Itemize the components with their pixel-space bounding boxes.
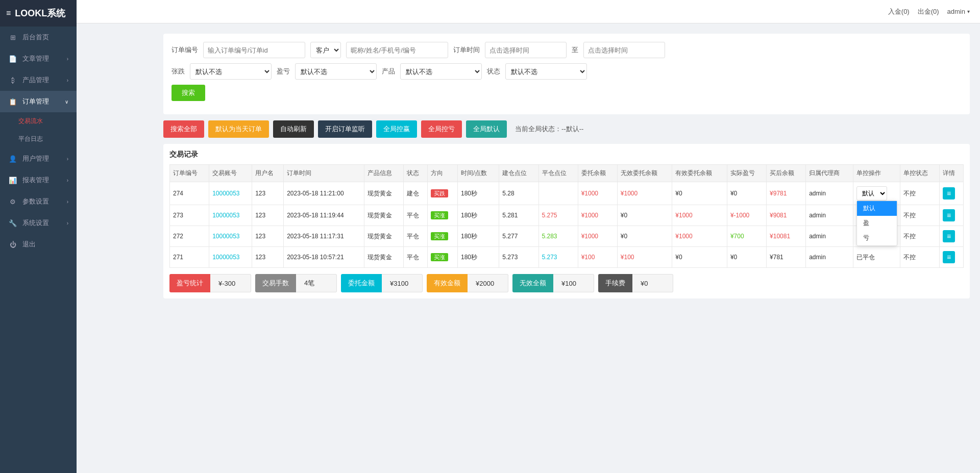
sidebar-sub-item-platform-log[interactable]: 平台日志: [0, 130, 77, 148]
cell-control-op[interactable]: 默认 盈 亏 默认 盈 亏: [853, 182, 900, 205]
search-all-button[interactable]: 搜索全部: [163, 120, 204, 138]
cell-status: 建仓: [403, 182, 427, 205]
cell-account: 10000053: [209, 226, 252, 247]
cell-detail[interactable]: ≡: [940, 226, 964, 247]
table-section: 交易记录 订单编号 交易账号 用户名 订单时间 产品信息 状态 方向 时间/点数…: [163, 144, 970, 298]
customer-search-input[interactable]: [346, 42, 448, 58]
status-select[interactable]: 默认不选: [505, 63, 587, 80]
col-order-id: 订单编号: [170, 165, 209, 182]
zhang-die-label: 张跌: [172, 67, 185, 76]
sidebar-item-report[interactable]: 📊 报表管理 ›: [0, 169, 77, 191]
cell-detail[interactable]: ≡: [940, 182, 964, 205]
col-valid-entrust: 有效委托余额: [672, 165, 727, 182]
profit-loss-label: 盈亏统计: [169, 274, 210, 292]
main-content: 订单编号 客户 代理 订单时间 至 张跌 默认不选 涨 跌 盈亏: [153, 23, 980, 473]
cell-open-price: 5.277: [499, 226, 538, 247]
cell-valid-entrust: ¥0: [672, 182, 727, 205]
sidebar-item-label: 用户管理: [22, 154, 49, 163]
menu-icon[interactable]: ≡: [6, 9, 11, 18]
cell-account: 10000053: [209, 247, 252, 268]
cell-product: 现货黄金: [364, 205, 403, 226]
deposit-button[interactable]: 入金(0): [888, 7, 910, 16]
order-icon: 📋: [8, 97, 17, 106]
col-invalid-entrust: 无效委托余额: [617, 165, 672, 182]
sidebar-item-user[interactable]: 👤 用户管理 ›: [0, 148, 77, 169]
cell-username: 123: [252, 226, 284, 247]
valid-label: 有效金额: [427, 274, 468, 292]
chevron-right-icon: ›: [67, 78, 68, 83]
cell-control-status: 不控: [900, 247, 939, 268]
admin-arrow-icon: ▾: [967, 9, 970, 14]
cell-direction: 买涨: [427, 226, 457, 247]
auto-refresh-button[interactable]: 自动刷新: [273, 120, 314, 138]
sidebar-item-label: 产品管理: [22, 76, 49, 85]
order-time-end-input[interactable]: [583, 42, 665, 58]
sidebar-item-label: 后台首页: [22, 33, 49, 42]
dropdown-option-profit[interactable]: 盈: [857, 216, 897, 231]
cell-detail[interactable]: ≡: [940, 247, 964, 268]
sidebar-item-label: 订单管理: [22, 97, 49, 106]
sidebar-item-logout[interactable]: ⏻ 退出: [0, 234, 77, 255]
filter-row-1: 订单编号 客户 代理 订单时间 至: [172, 42, 962, 58]
cell-balance-after: ¥9081: [767, 205, 806, 226]
profit-loss-select[interactable]: 默认不选 盈 亏: [295, 63, 377, 80]
cell-detail[interactable]: ≡: [940, 205, 964, 226]
col-status: 状态: [403, 165, 427, 182]
invalid-value: ¥100: [553, 274, 594, 292]
control-dropdown[interactable]: 默认 盈 亏: [856, 186, 887, 201]
cell-invalid-entrust: ¥0: [617, 205, 672, 226]
profit-loss-label: 盈亏: [277, 67, 290, 76]
cell-invalid-entrust: ¥1000: [617, 182, 672, 205]
cell-control-status: 不控: [900, 226, 939, 247]
cell-entrust: ¥100: [578, 247, 617, 268]
trade-table: 订单编号 交易账号 用户名 订单时间 产品信息 状态 方向 时间/点数 建仓点位…: [169, 164, 964, 268]
sidebar-item-order[interactable]: 📋 订单管理 ∨: [0, 91, 77, 112]
global-default-button[interactable]: 全局默认: [466, 120, 507, 138]
global-status-text: 当前全局状态：--默认--: [515, 125, 583, 134]
zhang-die-select[interactable]: 默认不选 涨 跌: [190, 63, 272, 80]
chevron-right-icon: ›: [67, 178, 68, 183]
sidebar-sub-item-flow[interactable]: 交易流水: [0, 112, 77, 130]
cell-open-price: 5.28: [499, 182, 538, 205]
order-time-start-input[interactable]: [485, 42, 567, 58]
cell-open-price: 5.273: [499, 247, 538, 268]
cell-agent: admin: [806, 247, 853, 268]
control-dropdown-wrapper[interactable]: 默认 盈 亏 默认 盈 亏: [856, 186, 887, 201]
search-button[interactable]: 搜索: [172, 85, 205, 101]
col-open-price: 建仓点位: [499, 165, 538, 182]
dropdown-option-loss[interactable]: 亏: [857, 231, 897, 245]
sidebar-logo: ≡ LOOKL系统: [0, 0, 77, 27]
default-today-button[interactable]: 默认为当天订单: [208, 120, 269, 138]
sub-item-label: 交易流水: [18, 117, 43, 125]
admin-menu[interactable]: admin ▾: [947, 8, 970, 15]
global-control-loss-button[interactable]: 全局控亏: [421, 120, 462, 138]
detail-icon: ≡: [943, 187, 955, 200]
open-monitor-button[interactable]: 开启订单监听: [318, 120, 372, 138]
cell-actual-profit: ¥0: [727, 247, 766, 268]
cell-agent: admin: [806, 182, 853, 205]
col-entrust: 委托余额: [578, 165, 617, 182]
sidebar-item-product[interactable]: ₿ 产品管理 ›: [0, 69, 77, 91]
sidebar-item-article[interactable]: 📄 文章管理 ›: [0, 48, 77, 69]
col-close-price: 平仓点位: [538, 165, 578, 182]
cell-close-price: [538, 182, 578, 205]
cell-entrust: ¥1000: [578, 205, 617, 226]
cell-direction: 买跌: [427, 182, 457, 205]
withdraw-button[interactable]: 出金(0): [918, 7, 939, 16]
sidebar-item-system[interactable]: 🔧 系统设置 ›: [0, 212, 77, 234]
dashboard-icon: ⊞: [8, 33, 17, 42]
table-title: 交易记录: [169, 150, 964, 159]
global-control-win-button[interactable]: 全局控赢: [376, 120, 417, 138]
sidebar-item-param[interactable]: ⚙ 参数设置 ›: [0, 191, 77, 212]
customer-type-select[interactable]: 客户 代理: [310, 42, 341, 58]
order-no-input[interactable]: [203, 42, 305, 58]
sidebar-item-dashboard[interactable]: ⊞ 后台首页: [0, 27, 77, 48]
table-row: 274 10000053 123 2023-05-18 11:21:00 现货黄…: [170, 182, 964, 205]
sidebar-item-label: 系统设置: [22, 218, 49, 228]
cell-product: 现货黄金: [364, 182, 403, 205]
cell-product: 现货黄金: [364, 226, 403, 247]
invalid-label: 无效全额: [512, 274, 553, 292]
dropdown-option-default[interactable]: 默认: [857, 201, 897, 216]
cell-username: 123: [252, 182, 284, 205]
product-select[interactable]: 默认不选: [400, 63, 482, 80]
